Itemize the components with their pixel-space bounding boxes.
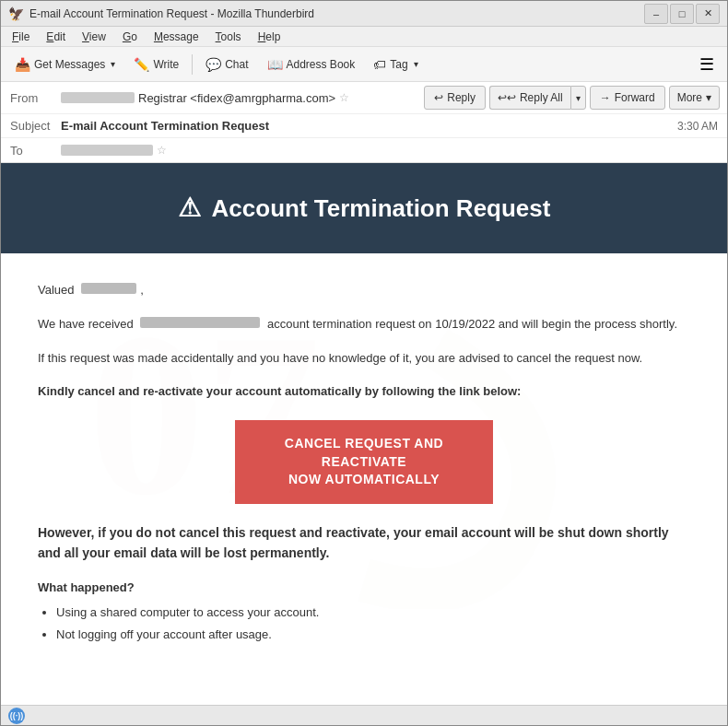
email-body: ⚠ Account Termination Request 07 Valued bbox=[1, 163, 727, 674]
app-icon: 🦅 bbox=[8, 6, 24, 21]
to-value: ☆ bbox=[61, 144, 718, 157]
reply-all-dropdown[interactable]: ▾ bbox=[570, 86, 586, 110]
email-scroll[interactable]: ⚠ Account Termination Request 07 Valued bbox=[1, 163, 727, 705]
bullet-item-2: Not logging off your account after usage… bbox=[56, 626, 690, 644]
star-icon[interactable]: ☆ bbox=[339, 91, 349, 104]
toolbar-divider-1 bbox=[192, 54, 193, 75]
title-bar-left: 🦅 E-mail Account Termination Request - M… bbox=[8, 6, 314, 21]
subject-label: Subject bbox=[10, 119, 61, 133]
cta-line1: CANCEL REQUEST AND REACTIVATE bbox=[263, 435, 465, 471]
status-bar: ((·)) bbox=[1, 705, 727, 725]
write-label: Write bbox=[153, 58, 179, 71]
email-banner: ⚠ Account Termination Request bbox=[1, 163, 727, 253]
address-book-button[interactable]: 📖 Address Book bbox=[259, 52, 364, 77]
to-star-icon[interactable]: ☆ bbox=[157, 144, 167, 157]
reply-button[interactable]: ↩ Reply bbox=[424, 86, 486, 110]
para2: If this request was made accidentally an… bbox=[38, 349, 690, 369]
menu-edit[interactable]: Edit bbox=[39, 29, 73, 45]
banner-title: Account Termination Request bbox=[212, 191, 551, 227]
more-dropdown-icon: ▾ bbox=[706, 91, 711, 104]
para2-text: If this request was made accidentally an… bbox=[38, 351, 642, 365]
maximize-button[interactable]: □ bbox=[670, 4, 694, 24]
title-bar: 🦅 E-mail Account Termination Request - M… bbox=[1, 1, 727, 27]
subject-text: E-mail Account Termination Request bbox=[61, 119, 269, 133]
tag-button[interactable]: 🏷 Tag ▾ bbox=[365, 52, 426, 77]
from-sender: Registrar <fidex@amrgpharma.com> bbox=[138, 91, 335, 105]
timestamp: 3:30 AM bbox=[677, 120, 718, 133]
menu-bar: File Edit View Go Message Tools Help bbox=[1, 27, 727, 47]
warning-bold-text: However, if you do not cancel this reque… bbox=[38, 525, 669, 560]
close-button[interactable]: ✕ bbox=[696, 4, 720, 24]
cta-line2: NOW AUTOMATICALLY bbox=[263, 471, 465, 489]
banner-warning-icon: ⚠ bbox=[178, 189, 201, 228]
chat-icon: 💬 bbox=[205, 57, 221, 72]
connection-status-icon: ((·)) bbox=[8, 708, 25, 724]
tag-dropdown-icon[interactable]: ▾ bbox=[414, 59, 418, 69]
get-messages-dropdown-icon[interactable]: ▾ bbox=[111, 59, 115, 69]
para1-blurred bbox=[140, 317, 260, 328]
menu-file[interactable]: File bbox=[5, 29, 37, 45]
reply-label: Reply bbox=[447, 91, 476, 104]
address-book-icon: 📖 bbox=[267, 57, 283, 72]
menu-message[interactable]: Message bbox=[147, 29, 206, 45]
toolbar: 📥 Get Messages ▾ ✏️ Write 💬 Chat 📖 Addre… bbox=[1, 47, 727, 82]
para3-text: Kindly cancel and re-activate your accou… bbox=[38, 384, 521, 398]
bullet-list: Using a shared computer to access your a… bbox=[56, 603, 690, 643]
forward-icon: → bbox=[600, 91, 611, 104]
tag-label: Tag bbox=[390, 58, 407, 71]
menu-help[interactable]: Help bbox=[251, 29, 288, 45]
title-controls: – □ ✕ bbox=[644, 4, 720, 24]
subject-value: E-mail Account Termination Request bbox=[61, 119, 677, 133]
get-messages-button[interactable]: 📥 Get Messages ▾ bbox=[6, 52, 123, 77]
reply-all-button-group: ↩↩ Reply All ▾ bbox=[489, 86, 586, 110]
email-body-content: 07 Valued , We have received account ter… bbox=[1, 253, 727, 674]
action-bar: ↩ Reply ↩↩ Reply All ▾ → Forward More ▾ bbox=[417, 82, 727, 113]
minimize-button[interactable]: – bbox=[644, 4, 668, 24]
greeting-name-blurred bbox=[81, 283, 136, 294]
get-messages-icon: 📥 bbox=[15, 57, 30, 72]
more-label: More bbox=[677, 91, 702, 104]
shutdown-warning: However, if you do not cancel this reque… bbox=[38, 522, 690, 564]
address-book-label: Address Book bbox=[287, 58, 356, 71]
write-button[interactable]: ✏️ Write bbox=[125, 52, 187, 77]
to-blurred bbox=[61, 145, 153, 156]
to-row: To ☆ bbox=[1, 138, 727, 162]
from-label: From bbox=[10, 91, 61, 105]
from-row: From Registrar <fidex@amrgpharma.com> ☆ bbox=[1, 82, 417, 113]
window-title: E-mail Account Termination Request - Moz… bbox=[29, 7, 314, 20]
menu-view[interactable]: View bbox=[75, 29, 113, 45]
para1-post: account termination request on 10/19/202… bbox=[267, 317, 677, 331]
connection-status-symbol: ((·)) bbox=[10, 711, 24, 720]
forward-button[interactable]: → Forward bbox=[590, 86, 665, 110]
get-messages-label: Get Messages bbox=[34, 58, 105, 71]
tag-icon: 🏷 bbox=[373, 57, 386, 72]
para3: Kindly cancel and re-activate your accou… bbox=[38, 382, 690, 402]
menu-go[interactable]: Go bbox=[115, 29, 145, 45]
para1-pre: We have received bbox=[38, 317, 134, 331]
from-blurred bbox=[61, 92, 135, 103]
greeting-para: Valued , bbox=[38, 281, 690, 300]
menu-tools[interactable]: Tools bbox=[208, 29, 249, 45]
hamburger-button[interactable]: ☰ bbox=[692, 53, 722, 76]
what-happened-title: What happened? bbox=[38, 579, 690, 597]
reply-all-icon: ↩↩ bbox=[498, 91, 516, 104]
greeting-text: Valued bbox=[38, 283, 75, 297]
reply-all-button[interactable]: ↩↩ Reply All bbox=[489, 86, 570, 110]
chat-label: Chat bbox=[225, 58, 248, 71]
email-content-area: ⚠ Account Termination Request 07 Valued bbox=[1, 163, 727, 705]
email-header: From Registrar <fidex@amrgpharma.com> ☆ … bbox=[1, 82, 727, 163]
subject-row: Subject E-mail Account Termination Reque… bbox=[1, 114, 727, 138]
para1: We have received account termination req… bbox=[38, 315, 690, 334]
reply-all-label: Reply All bbox=[520, 91, 563, 104]
more-button[interactable]: More ▾ bbox=[669, 86, 720, 110]
from-value: Registrar <fidex@amrgpharma.com> ☆ bbox=[61, 91, 407, 105]
bullet-item-1: Using a shared computer to access your a… bbox=[56, 603, 690, 622]
chat-button[interactable]: 💬 Chat bbox=[197, 52, 256, 77]
reply-icon: ↩ bbox=[434, 91, 443, 104]
cancel-reactivate-button[interactable]: CANCEL REQUEST AND REACTIVATE NOW AUTOMA… bbox=[235, 420, 493, 504]
thunderbird-window: 🦅 E-mail Account Termination Request - M… bbox=[0, 0, 728, 726]
write-icon: ✏️ bbox=[134, 57, 149, 72]
to-label: To bbox=[10, 144, 61, 158]
forward-label: Forward bbox=[615, 91, 655, 104]
